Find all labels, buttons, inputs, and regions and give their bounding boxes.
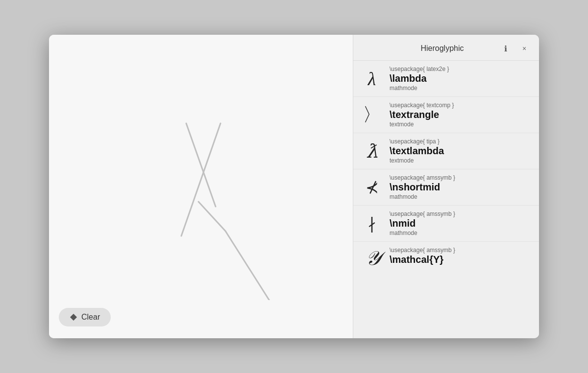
result-command: \nshortmid (390, 182, 455, 193)
clear-button[interactable]: Clear (59, 308, 111, 326)
result-item[interactable]: ƛ \usepackage{ tipa } \textlambda textmo… (353, 133, 539, 169)
info-icon: ℹ (504, 44, 507, 53)
result-info: \usepackage{ latex2e } \lambda mathmode (390, 66, 449, 92)
clear-button-area: Clear (49, 300, 353, 338)
result-mode: mathmode (390, 230, 455, 236)
result-mode: mathmode (390, 85, 449, 92)
result-info: \usepackage{ amssymb } \nmid mathmode (390, 210, 455, 236)
result-command: \lambda (390, 73, 449, 84)
result-item[interactable]: λ \usepackage{ latex2e } \lambda mathmod… (353, 61, 539, 97)
result-mode: textmode (390, 157, 444, 164)
result-command: \textrangle (390, 109, 454, 120)
results-header: Hieroglyphic ℹ × (353, 35, 539, 61)
result-package: \usepackage{ amssymb } (390, 174, 455, 181)
result-command: \mathcal{Y} (390, 254, 455, 265)
svg-marker-0 (70, 314, 77, 321)
result-command: \textlambda (390, 145, 444, 157)
result-symbol: 〉 (361, 102, 383, 127)
main-window: Clear Hieroglyphic ℹ × λ \usepackage{ la… (49, 35, 539, 338)
drawing-canvas[interactable] (49, 35, 353, 300)
result-symbol: 𝒴 (361, 247, 383, 270)
result-package: \usepackage{ amssymb } (390, 247, 455, 254)
result-info: \usepackage{ tipa } \textlambda textmode (390, 138, 444, 164)
result-item[interactable]: ∤ \usepackage{ amssymb } \nmid mathmode (353, 206, 539, 242)
results-list: λ \usepackage{ latex2e } \lambda mathmod… (353, 61, 539, 338)
clear-label: Clear (81, 313, 100, 322)
results-panel: Hieroglyphic ℹ × λ \usepackage{ latex2e … (353, 35, 539, 338)
result-mode: textmode (390, 121, 454, 128)
result-symbol: λ (361, 68, 383, 90)
eraser-icon (70, 313, 77, 321)
result-package: \usepackage{ textcomp } (390, 102, 454, 109)
close-icon: × (522, 45, 526, 52)
result-package: \usepackage{ latex2e } (390, 66, 449, 72)
result-mode: mathmode (390, 193, 455, 200)
info-button[interactable]: ℹ (499, 42, 513, 55)
result-item[interactable]: 〉 \usepackage{ textcomp } \textrangle te… (353, 97, 539, 133)
result-symbol: ƛ (361, 140, 383, 162)
drawing-panel: Clear (49, 35, 353, 338)
close-button[interactable]: × (517, 42, 531, 55)
result-symbol: ⊀ (361, 178, 383, 197)
result-symbol: ∤ (361, 214, 383, 233)
result-package: \usepackage{ amssymb } (390, 210, 455, 217)
result-package: \usepackage{ tipa } (390, 138, 444, 145)
result-command: \nmid (390, 218, 455, 229)
result-info: \usepackage{ amssymb } \mathcal{Y} (390, 247, 455, 265)
result-info: \usepackage{ amssymb } \nshortmid mathmo… (390, 174, 455, 200)
result-item[interactable]: ⊀ \usepackage{ amssymb } \nshortmid math… (353, 169, 539, 206)
result-item[interactable]: 𝒴 \usepackage{ amssymb } \mathcal{Y} (353, 242, 539, 273)
panel-title: Hieroglyphic (361, 44, 494, 53)
result-info: \usepackage{ textcomp } \textrangle text… (390, 102, 454, 128)
